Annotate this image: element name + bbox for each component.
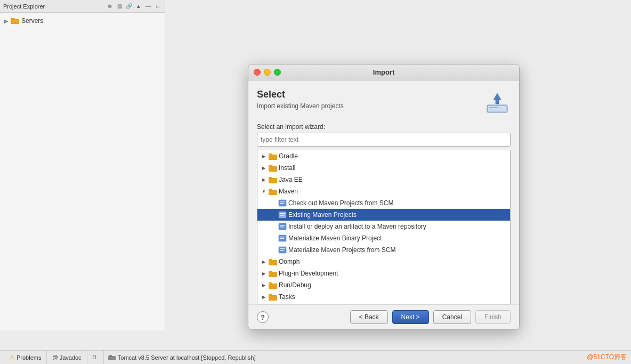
svg-rect-1 [11,18,15,20]
left-panel-content: ▶ Servers [0,13,165,29]
install-folder-icon [269,165,277,172]
tasks-label: Tasks [279,293,295,301]
tree-row-maven[interactable]: ▼ Maven [257,185,510,197]
tree-row-gradle[interactable]: ▶ Gradle [257,150,510,162]
svg-rect-36 [269,271,272,273]
server-folder-icon [11,18,19,24]
rundebug-label: Run/Debug [279,281,311,289]
modal-header-text: Select Import existing Maven projects [257,89,344,110]
tree-row-javaee[interactable]: ▶ Java EE [257,174,510,185]
existing-icon [278,211,287,219]
plugin-folder-icon [269,270,277,277]
checkout-arrow [274,200,277,206]
modal-footer: ? < Back Next > Cancel Finish [248,304,519,329]
install-artifact-icon [278,222,287,231]
modal-title: Import [373,68,394,76]
modal-subtitle: Import existing Maven projects [257,102,344,110]
checkout-icon [278,199,287,207]
mat-binary-arrow [274,235,277,241]
plugin-arrow: ▶ [261,270,267,277]
svg-rect-23 [280,215,284,216]
window-controls [254,69,281,76]
tree-container[interactable]: ▶ Gradle ▶ Install ▶ [257,150,511,304]
svg-marker-8 [494,93,501,104]
svg-rect-31 [280,248,285,249]
install-label: Install [279,164,295,172]
svg-rect-6 [488,106,506,111]
link-icon[interactable]: 🔗 [125,3,133,10]
mat-binary-icon [278,234,287,242]
mat-scm-label: Materialize Maven Projects from SCM [288,246,395,254]
status-bar: ⚠ Problems @ Javadoc D Tomcat v8.5 Serve… [0,350,631,364]
servers-item[interactable]: ▶ Servers [2,16,163,26]
cancel-button[interactable]: Cancel [433,310,471,324]
close-button[interactable] [254,69,261,76]
rundebug-folder-icon [269,282,277,289]
tree-row-rundebug[interactable]: ▶ Run/Debug [257,279,510,291]
arrow-up-icon[interactable]: ▲ [135,3,142,10]
svg-rect-20 [280,203,284,204]
maximize-icon[interactable]: □ [154,3,161,10]
watermark: @51CTO博客 [587,353,627,362]
left-panel: Project Explorer ⊗ ▤ 🔗 ▲ — □ ▶ Servers [0,0,165,330]
modal-select-title: Select [257,89,344,100]
install-artifact-label: Install or deploy an artifact to a Maven… [288,223,426,230]
svg-rect-17 [269,189,272,191]
tasks-folder-icon [269,294,277,301]
filter-input[interactable] [257,133,511,147]
footer-right: < Back Next > Cancel Finish [350,310,511,324]
finish-button[interactable]: Finish [475,310,511,324]
tree-row-mat-scm[interactable]: Materialize Maven Projects from SCM [257,244,510,256]
header-icons: ⊗ ▤ 🔗 ▲ — □ [106,3,161,10]
modal-icon [484,89,511,116]
oomph-folder-icon [269,258,277,265]
help-button[interactable]: ? [257,311,269,323]
svg-rect-26 [280,227,284,228]
problems-label: Problems [17,354,41,361]
tree-row-existing[interactable]: Existing Maven Projects [257,209,510,221]
gradle-label: Gradle [279,152,298,160]
import-dialog: Import Select Import existing Maven proj… [248,64,520,330]
project-explorer-title: Project Explorer [3,3,45,10]
tree-row-plugin[interactable]: ▶ Plug-in Development [257,268,510,279]
svg-rect-25 [280,225,285,226]
collapse-icon[interactable]: ▤ [116,3,123,10]
minimize-icon[interactable]: — [144,3,152,10]
svg-rect-22 [280,213,285,214]
next-button[interactable]: Next > [392,310,429,324]
mat-scm-icon [278,246,287,254]
plugin-label: Plug-in Development [279,270,338,277]
javaee-label: Java EE [279,176,303,183]
oomph-arrow: ▶ [261,258,267,265]
tree-row-install-artifact[interactable]: Install or deploy an artifact to a Maven… [257,221,510,232]
sync-icon[interactable]: ⊗ [106,3,114,10]
svg-rect-32 [280,250,284,251]
svg-rect-34 [269,259,272,261]
tree-row-oomph[interactable]: ▶ Oomph [257,256,510,268]
checkout-label: Check out Maven Projects from SCM [288,199,393,207]
svg-rect-4 [109,355,112,357]
tree-row-mat-binary[interactable]: Materialize Maven Binary Project [257,232,510,244]
gradle-folder-icon [269,153,277,160]
javadoc-tab[interactable]: @ Javadoc [47,351,87,364]
tree-row-checkout[interactable]: Check out Maven Projects from SCM [257,197,510,209]
back-button[interactable]: < Back [350,310,388,324]
minimize-button[interactable] [264,69,271,76]
tree-row-install[interactable]: ▶ Install [257,162,510,174]
rundebug-arrow: ▶ [261,282,267,288]
declaration-tab[interactable]: D [87,351,104,364]
javaee-folder-icon [269,176,277,183]
maximize-button[interactable] [274,69,281,76]
tomcat-icon [108,355,116,360]
javadoc-label: Javadoc [60,354,82,361]
server-status-label: Tomcat v8.5 Server at localhost [Stopped… [118,354,256,361]
tree-row-tasks[interactable]: ▶ Tasks [257,291,510,303]
javaee-arrow: ▶ [261,176,267,183]
maven-label: Maven [279,188,298,195]
problems-tab[interactable]: ⚠ Problems [4,351,47,364]
svg-rect-29 [280,238,284,239]
left-panel-header: Project Explorer ⊗ ▤ 🔗 ▲ — □ [0,0,165,13]
footer-left: ? [257,311,269,323]
servers-label: Servers [21,17,43,25]
oomph-label: Oomph [279,258,300,265]
